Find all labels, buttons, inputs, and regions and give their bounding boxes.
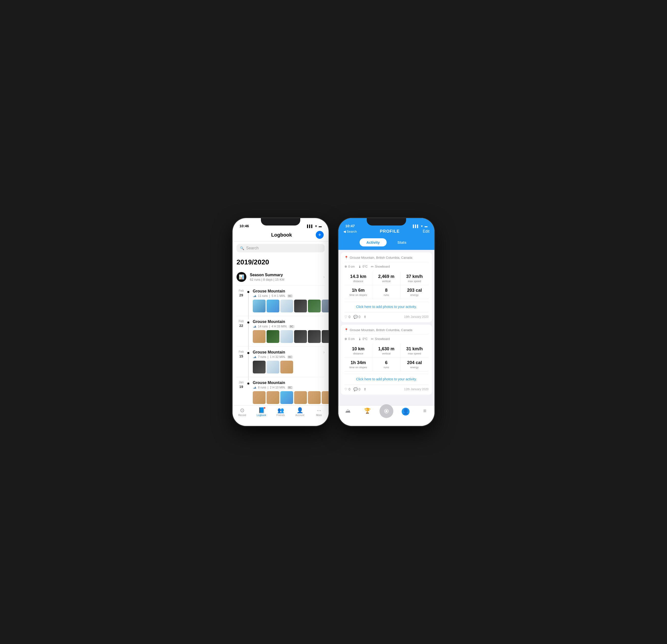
tab-trophy[interactable]: 🏆 — [358, 408, 377, 414]
timeline-dot — [247, 383, 249, 385]
tab-more[interactable]: ··· More — [309, 408, 329, 417]
tab-friends[interactable]: 👥 Friends — [271, 408, 290, 417]
stat-speed: 37 km/h max speed — [401, 272, 428, 285]
card-location: 📍 Grouse Mountain, British Columbia, Can… — [344, 328, 428, 335]
activity-tab[interactable]: Activity — [360, 238, 387, 246]
logbook-icon-wrap: 📘 — [258, 408, 265, 413]
share-icon[interactable]: ⬆ — [363, 315, 367, 319]
stat-value: 2,469 m — [372, 274, 400, 279]
summary-title: Season Summary — [250, 273, 284, 277]
profile-title: PROFILE — [380, 229, 400, 234]
photos-row — [253, 361, 321, 373]
friends-label: Friends — [276, 414, 284, 417]
search-bar[interactable]: 🔍 Search — [237, 244, 325, 252]
phone-profile: 10:47 ▌▌▌ ▼ ▬ ◀ Search PROFILE Edit Acti… — [338, 218, 435, 426]
ski-icon: 🎿 — [253, 386, 257, 389]
runs-count: 7 runs — [258, 355, 266, 359]
stat-time: 1h 6m time on slopes — [344, 285, 372, 299]
entry-meta: 🎿 7 runs | 1 H 32 MIN. BC — [253, 355, 321, 359]
stat-label: time on slopes — [344, 293, 372, 296]
photo-thumb — [322, 330, 329, 343]
ski-icon: 🎿 — [253, 355, 257, 359]
edit-button[interactable]: Edit — [423, 229, 429, 234]
gear-value: Snowboard — [375, 265, 390, 268]
more-icon: ··· — [317, 408, 321, 413]
photo-thumb — [266, 361, 279, 373]
stat-value: 1h 6m — [344, 288, 372, 293]
tab-profile-icon[interactable]: 👤 — [396, 408, 415, 416]
add-photos-link[interactable]: Click here to add photos to your activit… — [344, 302, 428, 310]
activity-date: 12th January 2020 — [404, 387, 428, 391]
tab-account[interactable]: 👤 Account — [290, 408, 309, 417]
profile-scroll[interactable]: 📍 Grouse Mountain, British Columbia, Can… — [338, 250, 435, 405]
record-label: Record — [238, 414, 246, 417]
month-label: Feb — [237, 289, 246, 293]
stat-vertical: 1,630 m vertical — [372, 344, 401, 357]
tab-mountains[interactable]: ⛰ — [338, 408, 358, 414]
stat-runs: 8 runs — [372, 285, 401, 299]
stat-value: 1h 34m — [344, 360, 372, 365]
card-meta: ❄ 0 cm 🌡 0°C ✏ Snowboard — [344, 264, 428, 269]
runs-count: 8 runs — [258, 386, 266, 389]
photo-thumb — [280, 391, 293, 404]
logbook-header: Logbook + — [232, 229, 329, 242]
status-icons: ▌▌▌ ▼ ▬ — [413, 225, 427, 228]
profile-nav: ◀ Search PROFILE Edit — [338, 229, 435, 236]
stats-row-1: 14.3 km distance 2,469 m vertical 37 km/… — [344, 272, 428, 285]
search-placeholder: Search — [246, 246, 259, 251]
search-icon: 🔍 — [240, 246, 244, 250]
record-button[interactable] — [379, 404, 393, 418]
phone-logbook: 10:46 ▌▌▌ ▼ ▬ Logbook + 🔍 Search 2019/20… — [232, 218, 329, 426]
signal-icon: ▌▌▌ — [307, 225, 313, 228]
tab-logbook[interactable]: 📘 Logbook — [252, 408, 271, 417]
add-button[interactable]: + — [316, 231, 324, 239]
svg-point-1 — [386, 410, 387, 412]
duration: 4 H 33 MIN. — [272, 325, 287, 328]
duration: 1 H 32 MIN. — [270, 355, 286, 359]
back-search-button[interactable]: ◀ Search — [343, 230, 357, 234]
stat-label: energy — [401, 293, 428, 296]
snow-icon: ❄ — [344, 337, 347, 341]
stats-row-2: 1h 6m time on slopes 8 runs 203 cal ener… — [344, 285, 428, 299]
photo-thumb — [308, 391, 321, 404]
stat-label: distance — [344, 280, 372, 283]
stat-value: 10 km — [344, 347, 372, 352]
activity-date: 19th January 2020 — [404, 315, 428, 319]
photo-thumb — [266, 330, 279, 343]
share-icon[interactable]: ⬆ — [363, 387, 367, 391]
stat-label: runs — [372, 366, 400, 369]
season-summary[interactable]: 📊 Season Summary 62 runs | 8 days | 15 K… — [237, 269, 325, 286]
stats-tab[interactable]: Stats — [391, 238, 413, 246]
menu-icon: ≡ — [423, 408, 426, 414]
photo-thumb — [253, 330, 265, 343]
region-badge: BC — [287, 386, 293, 389]
signal-icon: ▌▌▌ — [413, 225, 419, 228]
timeline-dot — [247, 291, 249, 293]
tab-menu[interactable]: ≡ — [415, 408, 435, 414]
add-photos-link[interactable]: Click here to add photos to your activit… — [344, 374, 428, 383]
stat-label: time on slopes — [344, 366, 372, 369]
activity-card-1: 📍 Grouse Mountain, British Columbia, Can… — [341, 252, 432, 322]
card-footer: ♡ 0 💬 0 ⬆ 19th January 2020 — [344, 312, 428, 319]
timeline-dot — [247, 322, 249, 323]
account-label: Account — [295, 414, 304, 417]
account-icon: 👤 — [297, 408, 303, 413]
tab-record-center[interactable] — [377, 408, 396, 418]
photo-thumb — [294, 300, 307, 312]
photo-thumb — [280, 300, 293, 312]
logbook-scroll[interactable]: 2019/2020 📊 Season Summary 62 runs | 8 d… — [232, 255, 329, 405]
duration: 5 H 1 MIN. — [272, 294, 286, 297]
profile-tab-bar: ⛰ 🏆 👤 ≡ — [338, 405, 435, 426]
runs-count: 11 runs — [258, 294, 268, 297]
notch — [367, 218, 406, 225]
stat-runs: 6 runs — [372, 358, 401, 371]
profile-avatar-icon: 👤 — [402, 408, 409, 416]
ski-icon: 🎿 — [253, 325, 257, 328]
month-label: Jan — [237, 381, 246, 385]
tab-record[interactable]: ⊙ Record — [232, 408, 252, 417]
month-label: Feb — [237, 320, 246, 323]
month-label: Feb — [237, 350, 246, 354]
photos-row — [253, 330, 329, 343]
location-text: Grouse Mountain, British Columbia, Canad… — [350, 328, 412, 332]
status-icons: ▌▌▌ ▼ ▬ — [307, 225, 322, 228]
